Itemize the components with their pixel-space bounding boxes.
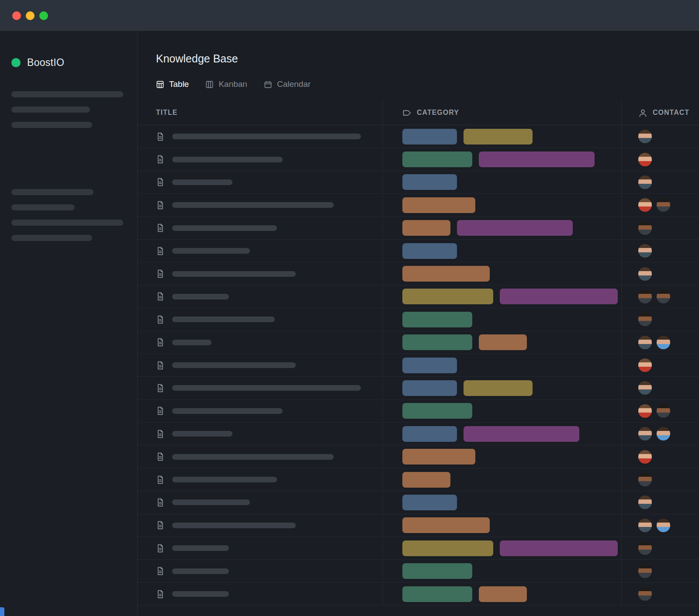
tab-calendar[interactable]: Calendar (264, 79, 311, 89)
table-row[interactable] (138, 331, 699, 354)
avatar-woman-brown-hair[interactable] (638, 496, 652, 509)
table-row[interactable] (138, 583, 699, 606)
category-pill-brown[interactable] (479, 586, 527, 602)
table-row[interactable] (138, 240, 699, 262)
avatar-woman-brown-hair[interactable] (638, 336, 652, 349)
column-header-title[interactable]: TITLE (138, 100, 383, 125)
category-cell (383, 377, 621, 399)
column-header-contact[interactable]: CONTACT (621, 100, 699, 125)
avatar-man-red-shirt[interactable] (638, 198, 652, 212)
category-pill-teal[interactable] (402, 312, 472, 327)
table-row[interactable] (138, 286, 699, 308)
avatar-man-dark-skin[interactable] (657, 290, 670, 303)
avatar-man-dark-skin[interactable] (638, 541, 652, 555)
avatar-woman-brown-hair[interactable] (638, 244, 652, 258)
contact-cell (621, 560, 699, 582)
category-pill-olive[interactable] (402, 540, 493, 556)
avatar-man-dark-skin[interactable] (638, 473, 652, 486)
table-row[interactable] (138, 308, 699, 331)
category-pill-teal[interactable] (402, 334, 472, 350)
avatar-man-red-shirt[interactable] (638, 153, 652, 166)
table-row[interactable] (138, 445, 699, 468)
category-pill-olive[interactable] (464, 129, 533, 145)
category-pill-blue[interactable] (402, 243, 457, 259)
category-pill-teal[interactable] (402, 151, 472, 167)
table-row[interactable] (138, 377, 699, 399)
avatar-man-red-shirt[interactable] (638, 404, 652, 418)
table-row[interactable] (138, 468, 699, 491)
category-pill-blue[interactable] (402, 129, 457, 145)
table-row[interactable] (138, 400, 699, 423)
category-pill-brown[interactable] (402, 197, 475, 213)
table-row[interactable] (138, 194, 699, 217)
table-row[interactable] (138, 217, 699, 240)
avatar-man-dark-skin[interactable] (638, 587, 652, 601)
title-cell (138, 354, 383, 376)
document-icon (156, 269, 165, 279)
category-pill-brown[interactable] (402, 220, 450, 236)
skeleton-bar (11, 235, 92, 241)
sidebar: BoostIO (0, 31, 138, 616)
category-pill-brown[interactable] (402, 517, 490, 533)
avatar-man-dark-skin[interactable] (638, 221, 652, 235)
avatar-woman-brown-hair[interactable] (638, 427, 652, 440)
table-row[interactable] (138, 560, 699, 582)
category-pill-olive[interactable] (464, 380, 533, 396)
category-pill-teal[interactable] (402, 563, 472, 579)
minimize-window-button[interactable] (26, 11, 35, 20)
close-window-button[interactable] (12, 11, 21, 20)
category-pill-blue[interactable] (402, 426, 457, 442)
table-row[interactable] (138, 148, 699, 171)
category-pill-purple[interactable] (464, 426, 579, 442)
title-cell (138, 331, 383, 354)
table-row[interactable] (138, 262, 699, 285)
tab-kanban[interactable]: Kanban (205, 79, 247, 89)
category-pill-purple[interactable] (479, 151, 595, 167)
category-pill-blue[interactable] (402, 380, 457, 396)
table-row[interactable] (138, 423, 699, 445)
category-pill-brown[interactable] (402, 266, 490, 282)
category-pill-brown[interactable] (479, 334, 527, 350)
person-icon (638, 108, 647, 117)
sidebar-skeleton-group (11, 189, 126, 241)
contact-cell (621, 148, 699, 170)
avatar-man-red-shirt[interactable] (638, 358, 652, 372)
table-row[interactable] (138, 491, 699, 514)
table-row[interactable] (138, 125, 699, 148)
avatar-man-red-shirt[interactable] (638, 450, 652, 464)
avatar-man-blue-bg[interactable] (657, 336, 670, 349)
avatar-woman-brown-hair[interactable] (638, 519, 652, 532)
category-pill-brown[interactable] (402, 449, 475, 465)
title-placeholder (172, 454, 334, 460)
table-row[interactable] (138, 354, 699, 377)
category-pill-purple[interactable] (500, 540, 618, 556)
table-row[interactable] (138, 514, 699, 537)
tab-table[interactable]: Table (156, 79, 189, 89)
avatar-man-dark-skin[interactable] (657, 404, 670, 418)
category-cell (383, 331, 621, 354)
avatar-man-dark-skin[interactable] (657, 198, 670, 212)
avatar-man-blue-bg[interactable] (657, 427, 670, 440)
avatar-man-blue-bg[interactable] (657, 519, 670, 532)
category-pill-teal[interactable] (402, 586, 472, 602)
table-row[interactable] (138, 537, 699, 560)
avatar-woman-brown-hair[interactable] (638, 176, 652, 189)
category-pill-blue[interactable] (402, 358, 457, 373)
category-pill-purple[interactable] (457, 220, 573, 236)
avatar-man-dark-skin[interactable] (638, 564, 652, 578)
category-pill-purple[interactable] (500, 289, 618, 304)
sidebar-skeleton-group (11, 91, 126, 128)
category-pill-olive[interactable] (402, 289, 493, 304)
category-pill-teal[interactable] (402, 403, 472, 419)
avatar-woman-brown-hair[interactable] (638, 130, 652, 143)
avatar-man-dark-skin[interactable] (638, 290, 652, 303)
category-pill-blue[interactable] (402, 174, 457, 190)
column-header-category[interactable]: CATEGORY (383, 100, 621, 125)
category-pill-brown[interactable] (402, 472, 450, 488)
avatar-man-dark-skin[interactable] (638, 313, 652, 326)
category-pill-blue[interactable] (402, 495, 457, 510)
avatar-woman-brown-hair[interactable] (638, 381, 652, 395)
avatar-woman-brown-hair[interactable] (638, 267, 652, 281)
table-row[interactable] (138, 171, 699, 194)
zoom-window-button[interactable] (39, 11, 48, 20)
